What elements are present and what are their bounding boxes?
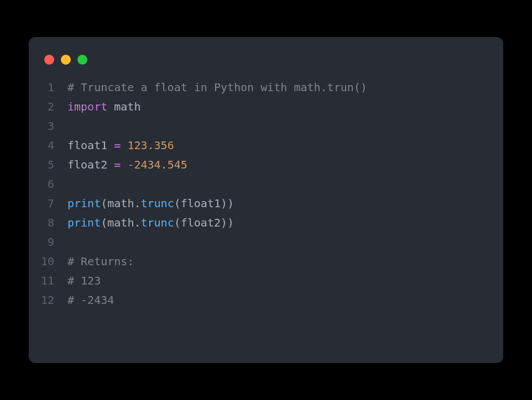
code-line: 4float1 = 123.356	[29, 136, 503, 155]
line-content: # Truncate a float in Python with math.t…	[67, 78, 367, 97]
code-token: (	[101, 197, 107, 210]
code-line: 3	[29, 117, 503, 136]
code-token: float2	[181, 216, 221, 229]
code-token: =	[114, 158, 121, 171]
code-token: # -2434	[67, 293, 114, 307]
code-token: # Returns:	[67, 255, 134, 268]
line-number: 2	[29, 97, 67, 117]
code-line: 5float2 = -2434.545	[29, 155, 503, 175]
code-token: .	[134, 197, 140, 210]
line-number: 11	[29, 271, 67, 291]
line-number: 7	[29, 194, 67, 213]
code-line: 12# -2434	[29, 291, 503, 310]
line-content: print(math.trunc(float2))	[67, 213, 234, 233]
code-token: =	[114, 139, 121, 152]
code-line: 11# 123	[29, 271, 503, 291]
code-token: float2	[67, 158, 114, 171]
code-token: # Truncate a float in Python with math.t…	[67, 81, 367, 94]
maximize-icon[interactable]	[77, 55, 87, 65]
line-content: import math	[67, 97, 140, 117]
code-line: 10# Returns:	[29, 252, 503, 271]
code-line: 2import math	[29, 97, 503, 117]
code-token: print	[67, 216, 101, 229]
code-token: ))	[221, 216, 234, 229]
code-token: math	[107, 216, 134, 229]
line-number: 6	[29, 175, 67, 194]
line-number: 8	[29, 213, 67, 233]
code-line: 6	[29, 175, 503, 194]
line-number: 4	[29, 136, 67, 155]
code-line: 1# Truncate a float in Python with math.…	[29, 78, 503, 97]
code-token: ))	[221, 197, 234, 210]
line-content: # 123	[67, 271, 101, 291]
code-token: .	[134, 216, 140, 229]
close-icon[interactable]	[44, 55, 54, 65]
line-content: # -2434	[67, 291, 114, 310]
line-content: float1 = 123.356	[67, 136, 174, 155]
line-number: 5	[29, 155, 67, 175]
line-content: print(math.trunc(float1))	[67, 194, 234, 213]
code-token: trunc	[140, 197, 174, 210]
code-token: 123.356	[127, 139, 174, 152]
code-token: -	[127, 158, 134, 171]
code-token: import	[67, 100, 107, 113]
line-number: 3	[29, 117, 67, 136]
code-editor[interactable]: 1# Truncate a float in Python with math.…	[29, 78, 503, 310]
line-content: float2 = -2434.545	[67, 155, 187, 175]
code-token: 2434.545	[134, 158, 187, 171]
code-line: 9	[29, 233, 503, 252]
line-content: # Returns:	[67, 252, 134, 271]
code-token	[121, 158, 127, 171]
code-token: (	[174, 216, 181, 229]
code-token: float1	[67, 139, 114, 152]
code-window: 1# Truncate a float in Python with math.…	[29, 37, 503, 363]
code-token: print	[67, 197, 101, 210]
code-token: math	[107, 100, 140, 113]
code-token: float1	[181, 197, 221, 210]
line-number: 12	[29, 291, 67, 310]
code-token: trunc	[140, 216, 174, 229]
code-token: (	[174, 197, 181, 210]
code-token: # 123	[67, 274, 101, 287]
code-token	[121, 139, 127, 152]
line-number: 1	[29, 78, 67, 97]
line-number: 9	[29, 233, 67, 252]
code-line: 8print(math.trunc(float2))	[29, 213, 503, 233]
window-titlebar	[29, 50, 503, 78]
code-line: 7print(math.trunc(float1))	[29, 194, 503, 213]
minimize-icon[interactable]	[61, 55, 71, 65]
code-token: math	[107, 197, 134, 210]
code-token: (	[101, 216, 107, 229]
line-number: 10	[29, 252, 67, 271]
